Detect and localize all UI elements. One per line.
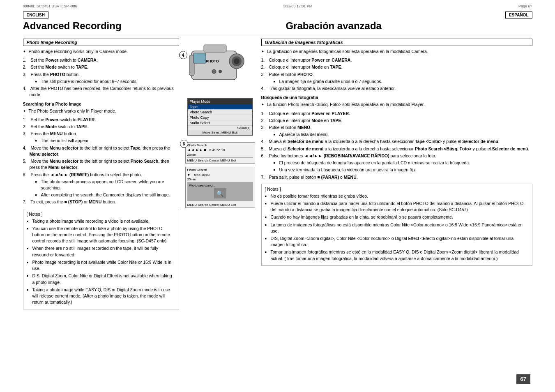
ps1-time: 0:41:56:10	[210, 148, 225, 152]
list-item: Taking a photo image while EASY.Q, DIS o…	[27, 287, 175, 306]
spanish-content: Grabación de imágenes fotográficas La gr…	[261, 39, 532, 309]
section2-title-english: Searching for a Photo Image	[23, 101, 179, 106]
page-container: 00840E SCD451 USA+ESP~086 3/22/05 12:01 …	[15, 0, 541, 314]
page-number-badge: 67	[516, 374, 530, 384]
list-item: 7. To exit, press the ■ (STOP) or MENU b…	[23, 199, 179, 205]
menu-item-audio-select: Audio Select	[188, 120, 252, 126]
notes-spanish: [ Notas ] No es posible tomar fotos mien…	[261, 184, 532, 266]
list-item: 1. Set the Power switch to CAMERA.	[23, 57, 179, 63]
svg-point-3	[234, 58, 240, 64]
section1-spanish-steps: 1. Coloque el interruptor Power en CAMER…	[261, 57, 532, 92]
list-item: 4. After the PHOTO has been recorded, th…	[23, 85, 179, 98]
menu-footer-text: Move Select MENU Exit	[203, 131, 237, 134]
ps1-label: Photo Search	[187, 143, 207, 147]
top-meta: 00840E SCD451 USA+ESP~086 3/22/05 12:01 …	[23, 4, 532, 8]
list-item: 4. Tras grabar la fotografía, la videocá…	[261, 85, 532, 92]
notes-title-spanish: [ Notas ]	[265, 187, 529, 191]
list-item: El proceso de búsqueda de fotografías ap…	[274, 160, 532, 166]
ps2-label: Photo Search	[187, 168, 207, 172]
list-item: 3. Pulse el botón PHOTO. La imagen fija …	[261, 71, 532, 85]
list-item: The Photo Search works only in Player mo…	[23, 108, 179, 114]
title-english: Advanced Recording	[23, 20, 269, 32]
ps-tape-row: 25min	[187, 153, 253, 157]
illustrations-area: PHOTO 4 Player Mode Ta	[179, 39, 261, 309]
list-item: Photo image recording is not available w…	[27, 259, 175, 272]
menu-sound: Sound[1]	[188, 126, 252, 130]
list-item: The photo search process appears on LCD …	[35, 179, 179, 191]
photo-search-bar-2: Photo Search ► 0:44:38:03 25min Photo se…	[185, 167, 255, 208]
list-item: Aparece la lista del menú.	[274, 131, 532, 138]
list-item: 1. Coloque el interruptor Power en PLAYE…	[261, 111, 532, 117]
list-item: You can use the remote control to take a…	[27, 226, 175, 244]
circle-label-6: 6	[180, 140, 188, 148]
list-item: The still picture is recorded for about …	[35, 78, 179, 85]
list-item: La función Photo Search <Búsq. Foto> sól…	[261, 101, 532, 108]
ps-controls-row: ◄◄ ►► ■ 0:41:56:10	[187, 148, 253, 152]
ps2-time: 0:44:38:03	[194, 173, 210, 177]
camcorder-svg: PHOTO	[183, 39, 257, 92]
list-item: Taking a photo image while recording a v…	[27, 218, 175, 224]
menu-footer: Move Select MENU Exit	[188, 130, 252, 135]
notes-list-spanish: No es posible tomar fotos mientras se gr…	[265, 193, 529, 262]
section2-spanish-steps: 1. Coloque el interruptor Power en PLAYE…	[261, 111, 532, 180]
list-item: La imagen fija se graba durante unos 6 ó…	[274, 78, 532, 85]
list-item: 6. Press the ◄◄/►► (REW/FF) buttons to s…	[23, 172, 179, 198]
notes-list-english: Taking a photo image while recording a v…	[27, 218, 175, 306]
menu-header-left: Player Mode	[190, 99, 211, 104]
list-item: 3. Press the PHOTO button. The still pic…	[23, 71, 179, 85]
list-item: Tomar una imagen fotográfica mientras se…	[265, 249, 529, 261]
list-item: 4. Mueva el Selector de menú a la izquie…	[261, 138, 532, 145]
list-item: La toma de imágenes fotográficas no está…	[265, 222, 529, 234]
main-content-row: Photo Image Recording Photo image record…	[23, 39, 532, 309]
list-item: 5. Move the Menu selector to the left or…	[23, 158, 179, 171]
list-item: 2. Set the Mode switch to TAPE.	[23, 64, 179, 70]
menu-item-tape: Tape	[188, 104, 252, 110]
section2-intro-list: The Photo Search works only in Player mo…	[23, 108, 179, 114]
doc-page-ref: Page 67	[518, 4, 532, 8]
svg-rect-7	[193, 53, 206, 63]
notes-title-english: [ Notes ]	[27, 212, 175, 217]
list-item: Puede utilizar el mando a distancia para…	[265, 201, 529, 213]
ps2-tape: 25min	[187, 178, 196, 181]
main-titles: Advanced Recording Grabación avanzada	[23, 20, 532, 32]
section1-spanish-intro-list: La grabación de imágenes fotográficas só…	[261, 48, 532, 55]
search-footer-2: MENU Search Cancel MENU Exit	[187, 202, 253, 207]
notes-english: [ Notes ] Taking a photo image while rec…	[23, 209, 179, 310]
list-item: No es posible tomar fotos mientras se gr…	[265, 193, 529, 199]
ps2-controls: ►	[187, 173, 191, 177]
ps1-tape: 25min	[187, 153, 196, 157]
searching-icon: 🔍	[214, 188, 226, 198]
list-item: 3. Pulse el botón MENÚ. Aparece la lista…	[261, 125, 532, 138]
section2-spanish-intro-list: La función Photo Search <Búsq. Foto> sól…	[261, 101, 532, 108]
menu-item-photo-copy: Photo Copy	[188, 115, 252, 120]
section2-steps-list: 1. Set the Power switch to PLAYER. 2. Se…	[23, 117, 179, 205]
list-item: La grabación de imágenes fotográficas só…	[261, 48, 532, 55]
lang-badge-spanish: ESPAÑOL	[505, 12, 532, 18]
section1-header-english: Photo Image Recording	[23, 39, 179, 46]
list-item: The menu list will appear.	[35, 138, 179, 144]
lang-row: ENGLISH ESPAÑOL	[23, 12, 532, 18]
lang-badge-english: ENGLISH	[23, 12, 48, 18]
svg-point-8	[212, 69, 216, 74]
svg-point-9	[219, 70, 222, 73]
list-item: 4. Move the Menu selector to the left or…	[23, 145, 179, 157]
ps-row-2: Photo Search	[187, 168, 253, 172]
menu-item-photo-search: Photo Search	[188, 110, 252, 115]
list-item: When there are no still images recorded …	[27, 245, 175, 258]
circle-label-4: 4	[179, 51, 187, 59]
list-item: 2. Set the Mode switch to TAPE.	[23, 124, 179, 130]
list-item: Cuando no hay imágenes fijas grabadas en…	[265, 214, 529, 220]
list-item: 2. Coloque el interruptor Mode en TAPE.	[261, 118, 532, 124]
section1-steps-list: 1. Set the Power switch to CAMERA. 2. Se…	[23, 57, 179, 98]
section1-header-spanish: Grabación de imágenes fotográficas	[261, 39, 532, 46]
list-item: 7. Para salir, pulse el botón ■ (PARAR) …	[261, 174, 532, 180]
photo-searching-inner: Photo searching... 🔍	[187, 182, 253, 201]
photo-search-bar-1: Photo Search ◄◄ ►► ■ 0:41:56:10 25min ME…	[185, 142, 255, 164]
svg-rect-4	[204, 45, 226, 52]
ps2-tape-row: 25min	[187, 178, 253, 181]
doc-id: 00840E SCD451 USA+ESP~086	[23, 4, 77, 8]
camcorder-area: PHOTO 4	[183, 39, 257, 93]
ps-controls-row-2: ► 0:44:38:03	[187, 173, 253, 177]
section2-title-spanish: Búsqueda de una fotografía	[261, 95, 532, 100]
list-item: 1. Set the Power switch to PLAYER.	[23, 117, 179, 123]
